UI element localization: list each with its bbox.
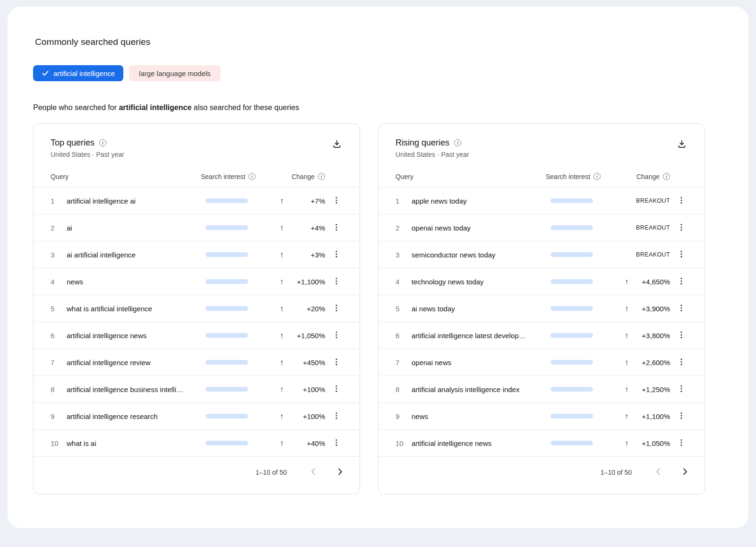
row-menu-button[interactable] — [670, 196, 693, 206]
query-label[interactable]: ai — [67, 224, 206, 232]
info-icon[interactable] — [593, 173, 601, 180]
query-label[interactable]: artificial intelligence latest develop… — [412, 332, 550, 340]
kebab-menu-icon — [677, 438, 686, 449]
row-menu-button[interactable] — [670, 411, 693, 422]
row-menu-button[interactable] — [325, 196, 348, 206]
change-value: +100% — [284, 412, 326, 420]
kebab-menu-icon — [332, 384, 341, 395]
search-interest-bar — [550, 441, 593, 445]
row-menu-button[interactable] — [325, 438, 348, 449]
prev-page-button[interactable] — [652, 466, 665, 479]
info-icon[interactable] — [318, 173, 325, 180]
query-label[interactable]: artificial intelligence business intelli… — [67, 385, 206, 393]
up-arrow-icon: ↑ — [280, 251, 284, 259]
search-interest-bar — [550, 306, 593, 311]
row-rank: 5 — [51, 305, 67, 313]
table-row: 2 ai ↑ +4% — [34, 214, 360, 241]
chevron-right-icon — [335, 467, 344, 478]
table-row: 4 news ↑ +1,100% — [34, 268, 360, 295]
row-menu-button[interactable] — [325, 330, 348, 341]
query-label[interactable]: semiconductor news today — [412, 251, 550, 259]
query-label[interactable]: what is artificial intelligence — [67, 305, 206, 313]
kebab-menu-icon — [332, 357, 341, 368]
row-menu-button[interactable] — [325, 384, 348, 395]
row-menu-button[interactable] — [325, 222, 348, 233]
row-rank: 8 — [51, 385, 67, 393]
row-rank: 7 — [51, 359, 67, 367]
change-value: +100% — [284, 385, 326, 393]
kebab-menu-icon — [332, 411, 341, 422]
search-interest-bar — [550, 387, 593, 392]
query-label[interactable]: ai news today — [412, 305, 550, 313]
query-label[interactable]: artificial intelligence review — [67, 359, 206, 367]
query-label[interactable]: news — [412, 412, 550, 420]
query-label[interactable]: artificial intelligence research — [67, 412, 206, 420]
row-menu-button[interactable] — [325, 411, 348, 422]
query-label[interactable]: openai news today — [412, 224, 550, 232]
table-header: Query Search interest Change — [34, 166, 360, 188]
up-arrow-icon: ↑ — [280, 278, 284, 286]
row-rank: 6 — [395, 332, 412, 340]
row-menu-button[interactable] — [670, 330, 693, 341]
info-icon[interactable] — [663, 173, 670, 180]
change-cell: ↑ +40% — [280, 439, 325, 447]
change-cell: ↑ +100% — [280, 385, 325, 393]
row-menu-button[interactable] — [325, 249, 348, 260]
download-button[interactable] — [673, 136, 690, 153]
row-rank: 1 — [51, 197, 67, 205]
change-value: +3% — [284, 251, 326, 259]
kebab-menu-icon — [677, 222, 686, 233]
query-label[interactable]: artificial analysis intelligence index — [412, 385, 550, 393]
change-value: +1,100% — [284, 278, 326, 286]
row-menu-button[interactable] — [325, 276, 348, 287]
card-subtitle: United States · Past year — [395, 151, 673, 158]
query-label[interactable]: news — [67, 278, 206, 286]
next-page-button[interactable] — [333, 466, 346, 479]
up-arrow-icon: ↑ — [280, 412, 284, 420]
prev-page-button[interactable] — [307, 466, 320, 479]
table-row: 9 artificial intelligence research ↑ +10… — [34, 403, 360, 430]
query-label[interactable]: artificial intelligence news — [67, 332, 206, 340]
kebab-menu-icon — [677, 303, 686, 314]
kebab-menu-icon — [332, 303, 341, 314]
up-arrow-icon: ↑ — [625, 278, 629, 286]
query-label[interactable]: artificial intelligence news — [412, 439, 550, 447]
query-label[interactable]: artificial intelligence ai — [67, 197, 206, 205]
column-search-interest: Search interest — [201, 173, 280, 180]
row-menu-button[interactable] — [325, 357, 348, 368]
search-interest-bar — [550, 198, 593, 203]
chip-artificial-intelligence[interactable]: artificial intelligence — [33, 65, 123, 81]
query-label[interactable]: ai artificial intelligence — [67, 251, 206, 259]
up-arrow-icon: ↑ — [625, 359, 629, 367]
query-label[interactable]: apple news today — [412, 197, 550, 205]
row-menu-button[interactable] — [670, 357, 693, 368]
row-menu-button[interactable] — [670, 222, 693, 233]
info-icon[interactable] — [249, 173, 256, 180]
table-row: 7 openai news ↑ +2,600% — [378, 349, 704, 376]
chevron-right-icon — [680, 467, 689, 478]
row-menu-button[interactable] — [670, 276, 693, 287]
chevron-left-icon — [654, 467, 663, 478]
query-label[interactable]: what is ai — [67, 439, 206, 447]
up-arrow-icon: ↑ — [280, 197, 284, 205]
row-menu-button[interactable] — [325, 303, 348, 314]
next-page-button[interactable] — [678, 466, 691, 479]
kebab-menu-icon — [332, 330, 341, 341]
page-title: Commonly searched queries — [35, 37, 748, 47]
info-icon[interactable] — [99, 139, 106, 146]
query-label[interactable]: technology news today — [412, 278, 550, 286]
row-menu-button[interactable] — [670, 303, 693, 314]
column-search-interest: Search interest — [546, 173, 625, 180]
row-rank: 1 — [395, 197, 412, 205]
change-cell: ↑ +4% — [280, 224, 325, 232]
download-button[interactable] — [328, 136, 345, 153]
row-menu-button[interactable] — [670, 438, 693, 449]
row-menu-button[interactable] — [670, 384, 693, 395]
chip-large-language-models[interactable]: large language models — [129, 65, 221, 81]
info-icon[interactable] — [454, 139, 461, 146]
query-label[interactable]: openai news — [412, 359, 550, 367]
row-menu-button[interactable] — [670, 249, 693, 260]
change-cell: ↑ +20% — [280, 305, 325, 313]
change-cell: ↑ +1,100% — [280, 278, 325, 286]
row-rank: 3 — [51, 251, 67, 259]
